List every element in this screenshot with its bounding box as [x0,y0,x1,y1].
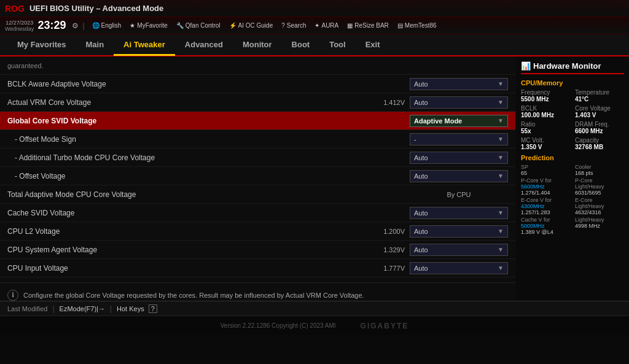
setting-label-cpu-l2: CPU L2 Voltage [7,227,356,236]
toolbar-day: Wednesday [5,26,34,32]
gear-icon: ⚙ [72,21,79,30]
setting-row-guaranteed: guaranteed. [0,56,515,75]
hardware-monitor-sidebar: 📊 Hardware Monitor CPU/Memory Frequency … [515,56,629,301]
setting-label-offset-sign: - Offset Mode Sign [15,135,410,144]
status-last-modified: Last Modified [7,305,47,312]
setting-value-cpu-sa: 1.329V [356,246,405,254]
dropdown-svid[interactable]: Adaptive Mode ▼ [410,115,508,127]
metric-temperature-label: Temperature 41°C [575,89,624,103]
toolbar-language[interactable]: 🌐 English [88,21,125,30]
toolbar-memtest[interactable]: ▤ MemTest86 [394,21,440,30]
info-text: Configure the global Core Voltage reques… [23,292,364,299]
toolbar-time: 23:29 [37,19,66,32]
tab-exit[interactable]: Exit [356,35,390,56]
pred-cooler-label: Cooler 168 pts [575,164,624,176]
toolbar-myfavorite[interactable]: ★ MyFavorite [126,21,171,30]
toolbar-qfan[interactable]: 🔧 Qfan Control [173,21,224,30]
setting-value-vrm: 1.412V [356,99,405,106]
tab-ai-tweaker[interactable]: Ai Tweaker [114,35,175,56]
tab-tool[interactable]: Tool [319,35,355,56]
pred-cache-right: Light/Heavy 4998 MHz [575,217,624,235]
metric-mcvolt-label: MC Volt. 1.350 V [521,137,570,150]
setting-label-svid: Global Core SVID Voltage [7,117,410,125]
tab-monitor[interactable]: Monitor [233,35,282,56]
setting-row-vrm: Actual VRM Core Voltage 1.412V Auto ▼ [0,93,515,112]
dropdown-arrow: ▼ [498,117,504,124]
dropdown-arrow: ▼ [498,265,504,271]
setting-row-offset-sign: - Offset Mode Sign - ▼ [0,130,515,149]
dropdown-offset[interactable]: Auto ▼ [410,170,508,182]
nav-bar: My Favorites Main Ai Tweaker Advanced Mo… [0,34,629,56]
dropdown-bclk-aware[interactable]: Auto ▼ [410,78,508,90]
toolbar-aura[interactable]: ✦ AURA [311,21,342,30]
dropdown-vrm[interactable]: Auto ▼ [410,96,508,109]
dropdown-arrow: ▼ [498,246,504,253]
setting-value-cpu-l2: 1.200V [356,228,405,235]
pred-pcore-label: P-Core V for 5600MHz 1.276/1.404 [521,177,570,196]
setting-row-cpu-l2: CPU L2 Voltage 1.200V Auto ▼ [0,222,515,241]
pred-ecore-right: E-CoreLight/Heavy 4632/4316 [575,197,624,215]
setting-row-svid: Global Core SVID Voltage Adaptive Mode ▼ [0,112,515,130]
setting-label-cpu-sa: CPU System Agent Voltage [7,246,356,254]
footer-version: Version 2.22.1286 Copyright (C) 2023 AMI [221,322,336,329]
setting-row-total-adaptive: Total Adaptive Mode CPU Core Voltage By … [0,185,515,204]
metric-frequency-label: Frequency 5500 MHz [521,89,570,103]
setting-row-cpu-sa: CPU System Agent Voltage 1.329V Auto ▼ [0,241,515,259]
tab-advanced[interactable]: Advanced [175,35,233,56]
title-bar: ROG UEFI BIOS Utility – Advanced Mode [0,0,629,17]
hardware-monitor-title: 📊 Hardware Monitor [521,61,624,74]
dropdown-cpu-input[interactable]: Auto ▼ [410,262,508,274]
dropdown-offset-sign[interactable]: - ▼ [410,133,508,145]
setting-row-cpu-input: CPU Input Voltage 1.777V Auto ▼ [0,259,515,277]
dropdown-arrow: ▼ [498,136,504,142]
setting-value-cpu-input: 1.777V [356,265,405,272]
setting-row-offset: - Offset Voltage Auto ▼ [0,167,515,185]
dropdown-turbo[interactable]: Auto ▼ [410,152,508,164]
hot-keys-button[interactable]: Hot Keys ? [117,305,157,312]
dropdown-arrow: ▼ [498,209,504,216]
dropdown-cpu-sa[interactable]: Auto ▼ [410,244,508,256]
dropdown-cpu-l2[interactable]: Auto ▼ [410,225,508,238]
setting-label-vrm: Actual VRM Core Voltage [7,98,356,107]
setting-label-cache-svid: Cache SVID Voltage [7,209,410,217]
toolbar-date: 12/27/2023 [6,20,33,26]
pred-pcore-right: P-CoreLight/Heavy 6031/5695 [575,177,624,196]
settings-content: guaranteed. BCLK Aware Adaptive Voltage … [0,56,515,301]
toolbar: 12/27/2023 Wednesday 23:29 ⚙ | 🌐 English… [0,17,629,34]
setting-label-cpu-input: CPU Input Voltage [7,264,356,273]
rog-logo: ROG [5,4,25,14]
monitor-icon: 📊 [521,61,531,71]
dropdown-arrow: ▼ [498,154,504,161]
footer-brand: GIGABYTE [361,322,409,330]
setting-row-bclk-aware: BCLK Aware Adaptive Voltage Auto ▼ [0,75,515,93]
info-icon: ℹ [7,290,18,301]
status-bar: Last Modified | EzMode(F7)|→ | Hot Keys … [0,301,629,316]
setting-row-cache-svid: Cache SVID Voltage Auto ▼ [0,204,515,222]
dropdown-arrow: ▼ [498,99,504,106]
metric-bclk-label: BCLK 100.00 MHz [521,105,570,118]
tab-boot[interactable]: Boot [282,35,320,56]
setting-label: guaranteed. [7,62,508,69]
dropdown-cache-svid[interactable]: Auto ▼ [410,207,508,219]
metric-ratio-label: Ratio 55x [521,121,570,134]
toolbar-aioc[interactable]: ⚡ AI OC Guide [225,21,277,30]
metric-capacity-label: Capacity 32768 MB [575,137,624,150]
ez-mode-button[interactable]: EzMode(F7)|→ [60,305,105,312]
pred-cache-label: Cache V for 5000MHz 1.389 V @L4 [521,217,570,235]
footer: Version 2.22.1286 Copyright (C) 2023 AMI… [0,316,629,335]
prediction-grid: SP 65 Cooler 168 pts P-Core V for 5600MH… [521,164,624,235]
tab-main[interactable]: Main [76,35,114,56]
tab-favorites[interactable]: My Favorites [7,35,76,56]
setting-label-total-adaptive: Total Adaptive Mode CPU Core Voltage [7,190,410,199]
setting-label-turbo: - Additional Turbo Mode CPU Core Voltage [15,153,410,162]
bios-title: UEFI BIOS Utility – Advanced Mode [29,4,163,13]
toolbar-resizebar[interactable]: ▦ ReSize BAR [343,21,393,30]
setting-row-turbo: - Additional Turbo Mode CPU Core Voltage… [0,149,515,167]
dropdown-arrow: ▼ [498,80,504,87]
metric-dram-label: DRAM Freq. 6600 MHz [575,121,624,134]
total-adaptive-value: By CPU [410,191,508,198]
toolbar-search[interactable]: ? Search [278,21,310,30]
adaptive-mode-value: Adaptive Mode [414,117,462,125]
metric-corevolt-label: Core Voltage 1.403 V [575,105,624,118]
setting-label-bclk-aware: BCLK Aware Adaptive Voltage [7,80,410,88]
